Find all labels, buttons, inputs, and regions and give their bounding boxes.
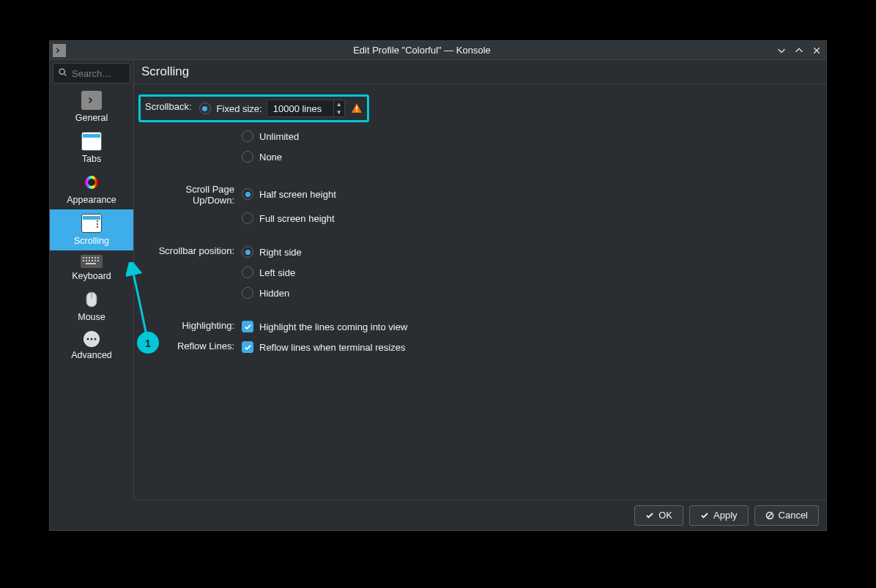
mouse-icon	[81, 290, 102, 309]
window-title: Edit Profile "Colorful" — Konsole	[69, 45, 775, 56]
scrollback-none-label: None	[259, 152, 282, 163]
scroll-page-label: Scroll Page Up/Down:	[143, 182, 242, 206]
svg-rect-4	[83, 216, 100, 220]
svg-rect-12	[94, 257, 96, 258]
svg-rect-1	[83, 134, 100, 138]
scrollback-row: Scrollback: Fixed size: 10000 lines ▲ ▼	[143, 94, 817, 122]
svg-rect-10	[89, 257, 90, 258]
svg-rect-13	[97, 257, 99, 258]
sidebar-item-general[interactable]: General	[50, 86, 133, 127]
apply-button[interactable]: Apply	[689, 505, 749, 526]
sidebar-item-label: Scrolling	[74, 236, 109, 246]
sidebar-item-mouse[interactable]: Mouse	[50, 286, 133, 327]
sidebar-item-appearance[interactable]: Appearance	[50, 168, 133, 209]
sidebar-item-label: Advanced	[71, 350, 112, 360]
svg-rect-26	[356, 111, 357, 112]
spinner-up-button[interactable]: ▲	[334, 100, 344, 108]
page-body: Scrollback: Fixed size: 10000 lines ▲ ▼	[134, 84, 826, 499]
scrollback-unlimited-radio[interactable]	[242, 130, 253, 142]
spinner-down-button[interactable]: ▼	[334, 108, 344, 116]
scrollbar-left-label: Left side	[259, 267, 295, 278]
minimize-button[interactable]	[775, 44, 788, 57]
cancel-button[interactable]: Cancel	[754, 505, 819, 526]
svg-point-22	[87, 338, 89, 340]
svg-rect-7	[97, 226, 98, 228]
svg-rect-20	[86, 263, 96, 264]
svg-rect-17	[92, 260, 93, 261]
scrollback-fixed-radio[interactable]	[199, 103, 211, 114]
scroll-full-radio[interactable]	[242, 212, 253, 224]
svg-rect-5	[97, 220, 98, 222]
search-icon	[58, 67, 67, 79]
scrollbar-right-label: Right side	[259, 247, 302, 258]
scrollback-label: Scrollback:	[145, 100, 199, 112]
search-field-wrap[interactable]	[53, 63, 130, 83]
ok-button[interactable]: OK	[634, 505, 683, 526]
terminal-prompt-icon	[81, 91, 102, 110]
sidebar-item-label: Keyboard	[72, 271, 111, 281]
svg-rect-9	[86, 257, 87, 258]
scrollbar-right-radio[interactable]	[242, 246, 253, 258]
scrolling-icon	[81, 214, 102, 233]
page-header: Scrolling	[134, 60, 826, 84]
keyboard-icon	[81, 255, 103, 268]
scrollback-lines-spinner[interactable]: 10000 lines ▲ ▼	[267, 100, 345, 117]
window-icon	[81, 132, 102, 151]
dialog-footer: OK Apply Cancel	[134, 499, 826, 530]
app-icon	[53, 44, 66, 57]
color-wheel-icon	[81, 173, 102, 192]
window-controls	[775, 44, 823, 57]
warning-icon[interactable]	[351, 103, 363, 114]
sidebar-item-scrolling[interactable]: Scrolling	[50, 209, 133, 250]
search-input[interactable]	[72, 68, 125, 79]
sidebar-item-label: Tabs	[82, 154, 101, 164]
sidebar-item-tabs[interactable]: Tabs	[50, 127, 133, 168]
svg-point-23	[91, 338, 93, 340]
scrollbar-left-radio[interactable]	[242, 267, 253, 278]
highlighting-label: Highlighting:	[143, 319, 242, 331]
sidebar-item-advanced[interactable]: Advanced	[50, 327, 133, 365]
scrollbar-hidden-label: Hidden	[259, 288, 289, 299]
svg-point-0	[59, 69, 64, 74]
scrollback-lines-value: 10000 lines	[267, 103, 333, 114]
reflow-checkbox[interactable]	[242, 341, 253, 353]
svg-rect-8	[83, 257, 84, 258]
svg-line-28	[768, 513, 772, 518]
apply-button-label: Apply	[713, 510, 738, 521]
scroll-half-label: Half screen height	[259, 189, 336, 200]
sidebar-item-label: Appearance	[67, 195, 116, 205]
scrollbar-hidden-radio[interactable]	[242, 287, 253, 299]
cancel-button-label: Cancel	[779, 510, 808, 521]
svg-rect-16	[89, 260, 90, 261]
annotation-badge-number: 1	[145, 337, 151, 349]
scrollback-fixed-label: Fixed size:	[217, 103, 262, 114]
svg-rect-6	[97, 223, 98, 225]
sidebar-item-label: General	[75, 113, 108, 123]
svg-rect-25	[356, 106, 357, 110]
scrollback-none-radio[interactable]	[242, 151, 253, 163]
reflow-option-label: Reflow lines when terminal resizes	[259, 342, 405, 353]
annotation-highlight: Scrollback: Fixed size: 10000 lines ▲ ▼	[138, 94, 369, 122]
scrollbar-pos-label: Scrollbar position:	[143, 244, 242, 256]
titlebar: Edit Profile "Colorful" — Konsole	[50, 41, 826, 60]
svg-rect-11	[92, 257, 93, 258]
scroll-half-radio[interactable]	[242, 188, 253, 200]
svg-rect-14	[83, 260, 84, 261]
sidebar-item-label: Mouse	[78, 312, 105, 322]
highlighting-checkbox[interactable]	[242, 321, 253, 332]
svg-rect-15	[86, 260, 87, 261]
main-panel: Scrolling Scrollback: Fixed size: 10000 …	[134, 60, 826, 499]
ok-button-label: OK	[658, 510, 672, 521]
annotation-badge: 1	[137, 332, 159, 354]
svg-rect-19	[97, 260, 99, 261]
close-button[interactable]	[810, 44, 823, 57]
dialog-window: Edit Profile "Colorful" — Konsole	[49, 40, 827, 531]
svg-point-24	[94, 338, 97, 340]
sidebar: General Tabs Appearance	[50, 60, 134, 499]
sidebar-item-keyboard[interactable]: Keyboard	[50, 250, 133, 286]
more-icon	[83, 331, 100, 347]
scrollback-unlimited-label: Unlimited	[259, 131, 299, 142]
maximize-button[interactable]	[793, 44, 806, 57]
svg-rect-18	[94, 260, 96, 261]
highlighting-option-label: Highlight the lines coming into view	[259, 321, 407, 332]
